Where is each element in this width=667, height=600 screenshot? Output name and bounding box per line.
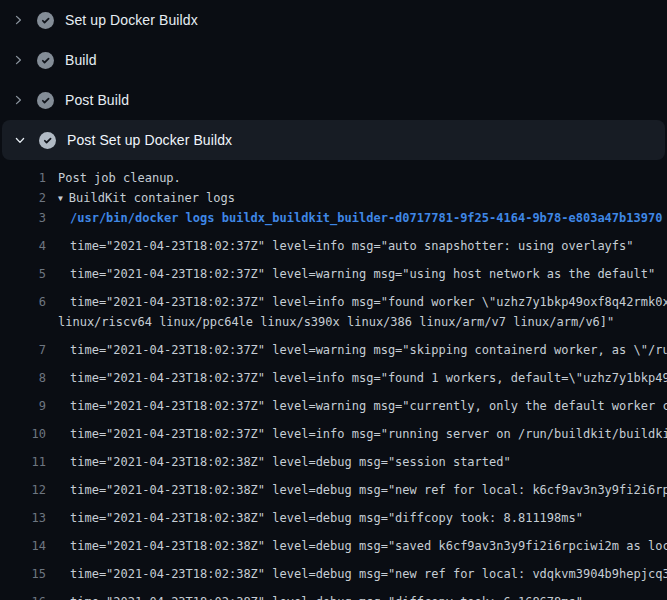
log-line: 8time="2021-04-23T18:02:37Z" level=info … <box>0 360 667 388</box>
log-line-text: time="2021-04-23T18:02:37Z" level=warnin… <box>70 264 655 284</box>
log-line-number[interactable]: 8 <box>0 368 46 388</box>
log-line-text: time="2021-04-23T18:02:38Z" level=debug … <box>70 452 511 472</box>
log-group-toggle[interactable]: ▼BuildKit container logs <box>58 188 235 208</box>
log-line-text: linux/riscv64 linux/ppc64le linux/s390x … <box>58 312 614 332</box>
triangle-down-icon: ▼ <box>58 189 63 208</box>
log-line-text: time="2021-04-23T18:02:37Z" level=info m… <box>70 424 667 444</box>
log-line: 2▼BuildKit container logs <box>0 188 667 208</box>
log-command-text: /usr/bin/docker logs buildx_buildkit_bui… <box>70 208 662 228</box>
log-line-number[interactable]: 16 <box>0 592 46 600</box>
log-line-text: time="2021-04-23T18:02:38Z" level=debug … <box>70 480 667 500</box>
log-line-number[interactable]: 15 <box>0 564 46 584</box>
log-line: 4time="2021-04-23T18:02:37Z" level=info … <box>0 228 667 256</box>
log-line-number[interactable]: 1 <box>0 168 46 188</box>
actions-log-viewer: Set up Docker BuildxBuildPost BuildPost … <box>0 0 667 600</box>
log-line-text: time="2021-04-23T18:02:38Z" level=debug … <box>70 592 583 600</box>
log-line-number[interactable]: 11 <box>0 452 46 472</box>
log-line: 3/usr/bin/docker logs buildx_buildkit_bu… <box>0 208 667 228</box>
log-line: 11time="2021-04-23T18:02:38Z" level=debu… <box>0 444 667 472</box>
log-line-text: time="2021-04-23T18:02:37Z" level=warnin… <box>70 340 667 360</box>
chevron-right-icon <box>12 12 24 28</box>
log-line-number[interactable]: 14 <box>0 536 46 556</box>
log-line-number[interactable]: 6 <box>0 292 46 312</box>
log-line-number[interactable]: 3 <box>0 208 46 228</box>
log-line-text: time="2021-04-23T18:02:37Z" level=info m… <box>70 236 634 256</box>
log-line-number <box>0 312 46 332</box>
chevron-down-icon <box>14 132 26 148</box>
log-panel: 1Post job cleanup.2▼BuildKit container l… <box>0 160 667 600</box>
log-line: linux/riscv64 linux/ppc64le linux/s390x … <box>0 312 667 332</box>
step-row[interactable]: Build <box>0 40 667 80</box>
log-line: 16time="2021-04-23T18:02:38Z" level=debu… <box>0 584 667 600</box>
log-line-text: time="2021-04-23T18:02:38Z" level=debug … <box>70 564 667 584</box>
log-line-number[interactable]: 10 <box>0 424 46 444</box>
log-line-number[interactable]: 4 <box>0 236 46 256</box>
log-line: 10time="2021-04-23T18:02:37Z" level=info… <box>0 416 667 444</box>
log-line-number[interactable]: 7 <box>0 340 46 360</box>
log-line: 12time="2021-04-23T18:02:38Z" level=debu… <box>0 472 667 500</box>
log-line: 9time="2021-04-23T18:02:37Z" level=warni… <box>0 388 667 416</box>
step-label: Set up Docker Buildx <box>65 12 198 28</box>
log-line-number[interactable]: 2 <box>0 188 46 208</box>
log-line-text: time="2021-04-23T18:02:38Z" level=debug … <box>70 508 583 528</box>
check-circle-icon <box>37 92 54 109</box>
log-line-number[interactable]: 9 <box>0 396 46 416</box>
check-circle-icon <box>37 52 54 69</box>
chevron-right-icon <box>12 92 24 108</box>
log-line: 6time="2021-04-23T18:02:37Z" level=info … <box>0 284 667 312</box>
step-row[interactable]: Post Set up Docker Buildx <box>2 120 665 160</box>
log-line-text: time="2021-04-23T18:02:37Z" level=warnin… <box>70 396 667 416</box>
log-line-number[interactable]: 13 <box>0 508 46 528</box>
log-line-text: time="2021-04-23T18:02:37Z" level=info m… <box>70 292 667 312</box>
steps-list: Set up Docker BuildxBuildPost BuildPost … <box>0 0 667 160</box>
log-line: 7time="2021-04-23T18:02:37Z" level=warni… <box>0 332 667 360</box>
log-line-text: Post job cleanup. <box>58 168 181 188</box>
step-label: Build <box>65 52 97 68</box>
step-label: Post Build <box>65 92 129 108</box>
log-line: 1Post job cleanup. <box>0 168 667 188</box>
log-line: 15time="2021-04-23T18:02:38Z" level=debu… <box>0 556 667 584</box>
log-line-text: time="2021-04-23T18:02:38Z" level=debug … <box>70 536 667 556</box>
log-line-number[interactable]: 5 <box>0 264 46 284</box>
step-row[interactable]: Set up Docker Buildx <box>0 0 667 40</box>
log-line-text: time="2021-04-23T18:02:37Z" level=info m… <box>70 368 667 388</box>
log-line: 13time="2021-04-23T18:02:38Z" level=debu… <box>0 500 667 528</box>
log-line-number[interactable]: 12 <box>0 480 46 500</box>
log-group-title: BuildKit container logs <box>69 191 235 205</box>
log-line: 5time="2021-04-23T18:02:37Z" level=warni… <box>0 256 667 284</box>
step-row[interactable]: Post Build <box>0 80 667 120</box>
check-circle-icon <box>37 12 54 29</box>
check-circle-icon <box>39 132 56 149</box>
step-label: Post Set up Docker Buildx <box>67 132 232 148</box>
log-line: 14time="2021-04-23T18:02:38Z" level=debu… <box>0 528 667 556</box>
chevron-right-icon <box>12 52 24 68</box>
